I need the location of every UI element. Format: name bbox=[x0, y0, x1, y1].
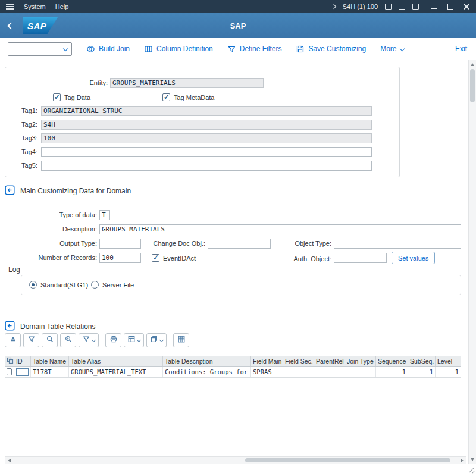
col-header-join-type[interactable]: Join Type bbox=[345, 356, 376, 366]
table-row[interactable]: T178T GROUPS_MATERIAL_TEXT Conditions: G… bbox=[5, 367, 461, 378]
window-icon[interactable] bbox=[412, 4, 419, 10]
customizing-section-header: Main Customizing Data for Domain bbox=[5, 185, 131, 197]
output-type-field[interactable] bbox=[99, 239, 141, 249]
change-doc-obj-field[interactable] bbox=[208, 239, 271, 249]
col-header-field-main[interactable]: Field Main bbox=[251, 356, 283, 366]
cell-parentrel[interactable] bbox=[314, 367, 345, 377]
type-of-data-field[interactable]: T bbox=[99, 210, 110, 220]
cell-subseq[interactable]: 1 bbox=[408, 367, 436, 377]
collapse-tray-icon[interactable] bbox=[5, 321, 15, 333]
sort-ascending-button[interactable] bbox=[5, 333, 21, 347]
filter-menu-button[interactable] bbox=[79, 333, 99, 347]
exit-label: Exit bbox=[455, 45, 467, 53]
log-standard-radio[interactable]: Standard(SLG1) bbox=[29, 281, 88, 289]
column-definition-button[interactable]: Column Definition bbox=[144, 45, 213, 54]
col-header-parentrel[interactable]: ParentRel bbox=[314, 356, 345, 366]
tag-metadata-checkbox[interactable]: Tag MetaData bbox=[162, 93, 214, 101]
horizontal-scrollbar[interactable] bbox=[5, 456, 466, 464]
define-filters-button[interactable]: Define Filters bbox=[227, 45, 282, 54]
tag5-field[interactable] bbox=[41, 161, 372, 171]
chevron-down-icon bbox=[399, 46, 404, 51]
minimize-button[interactable] bbox=[431, 3, 438, 10]
cell-field-sec[interactable] bbox=[283, 367, 314, 377]
select-all-header[interactable] bbox=[5, 356, 14, 366]
vertical-scrollbar[interactable] bbox=[468, 60, 476, 464]
save-customizing-button[interactable]: Save Customizing bbox=[296, 45, 366, 54]
cell-level[interactable]: 1 bbox=[436, 367, 461, 377]
cell-sequence[interactable]: 1 bbox=[376, 367, 408, 377]
collapse-tray-icon[interactable] bbox=[5, 185, 15, 197]
radio-icon bbox=[91, 281, 99, 289]
funnel-icon bbox=[227, 45, 236, 54]
cell-field-main[interactable]: SPRAS bbox=[251, 367, 283, 377]
auth-object-field[interactable] bbox=[334, 253, 387, 263]
log-server-file-radio[interactable]: Server File bbox=[91, 281, 134, 289]
col-header-table-name[interactable]: Table Name bbox=[31, 356, 69, 366]
eventidact-checkbox[interactable]: EventIDAct bbox=[152, 254, 196, 262]
scroll-up-button[interactable] bbox=[469, 61, 476, 68]
horizontal-scroll-thumb[interactable] bbox=[245, 458, 450, 462]
close-button[interactable] bbox=[463, 3, 470, 10]
scroll-down-button[interactable] bbox=[469, 456, 476, 464]
checkbox-icon bbox=[162, 93, 170, 101]
cell-join-type[interactable] bbox=[345, 367, 376, 377]
menubar-right: S4H (1) 100 bbox=[332, 3, 470, 10]
row-checkbox[interactable] bbox=[7, 368, 12, 375]
column-definition-label: Column Definition bbox=[156, 45, 213, 53]
table-settings-button[interactable] bbox=[173, 333, 189, 347]
tag4-label: Tag4: bbox=[7, 147, 37, 157]
find-next-button[interactable] bbox=[60, 333, 76, 347]
description-field[interactable]: GROUPS_MATERIALS bbox=[99, 224, 461, 234]
cell-table-name[interactable]: T178T bbox=[31, 367, 69, 377]
exit-button[interactable]: Exit bbox=[455, 45, 467, 53]
chevron-down-icon bbox=[92, 337, 96, 342]
tag1-field[interactable]: ORGANIZATIONAL STRUC bbox=[41, 106, 372, 116]
print-button[interactable] bbox=[105, 333, 121, 347]
entity-group-box: Entity: GROUPS_MATERIALS Tag Data Tag Me… bbox=[5, 67, 400, 177]
build-join-button[interactable]: Build Join bbox=[86, 45, 130, 54]
more-label: More bbox=[380, 45, 396, 53]
command-combobox[interactable] bbox=[8, 42, 72, 56]
export-menu-button[interactable] bbox=[124, 333, 144, 347]
cell-table-alias[interactable]: GROUPS_MATERIAL_TEXT bbox=[69, 367, 163, 377]
resize-grip[interactable] bbox=[468, 466, 475, 473]
tag2-field[interactable]: S4H bbox=[41, 120, 372, 130]
cell-id[interactable] bbox=[14, 367, 31, 377]
tag4-field[interactable] bbox=[41, 147, 372, 157]
scroll-left-button[interactable] bbox=[5, 457, 13, 464]
auth-object-label: Auth. Object: bbox=[271, 254, 331, 264]
maximize-button[interactable] bbox=[447, 3, 454, 10]
more-button[interactable]: More bbox=[380, 45, 403, 53]
magnifier-plus-icon bbox=[64, 335, 73, 346]
col-header-sequence[interactable]: Sequence bbox=[376, 356, 408, 366]
id-input[interactable] bbox=[16, 368, 29, 376]
triangle-right-icon bbox=[461, 459, 464, 462]
cell-table-description[interactable]: Conditions: Groups for Ma... bbox=[163, 367, 251, 377]
hamburger-menu-icon[interactable] bbox=[6, 4, 14, 10]
menu-help[interactable]: Help bbox=[55, 3, 69, 10]
tag3-field[interactable]: 100 bbox=[41, 133, 372, 143]
chevron-right-icon[interactable] bbox=[331, 4, 336, 9]
col-header-table-alias[interactable]: Table Alias bbox=[69, 356, 163, 366]
views-menu-button[interactable] bbox=[146, 333, 167, 347]
set-values-button[interactable]: Set values bbox=[392, 252, 435, 264]
windows-icon[interactable] bbox=[399, 4, 405, 10]
relations-section-header: Domain Table Relations bbox=[5, 321, 96, 333]
find-button[interactable] bbox=[42, 333, 58, 347]
tag-data-checkbox[interactable]: Tag Data bbox=[53, 93, 90, 101]
filter-button[interactable] bbox=[23, 333, 39, 347]
scroll-right-button[interactable] bbox=[458, 457, 466, 464]
col-header-table-description[interactable]: Table Description bbox=[163, 356, 251, 366]
col-header-level[interactable]: Level bbox=[436, 356, 461, 366]
vertical-scroll-thumb[interactable] bbox=[470, 69, 475, 102]
col-header-id[interactable]: ID bbox=[14, 356, 31, 366]
output-type-label: Output Type: bbox=[5, 239, 97, 249]
object-type-field[interactable] bbox=[334, 239, 461, 249]
back-button[interactable] bbox=[8, 23, 14, 29]
number-of-records-field[interactable]: 100 bbox=[99, 253, 141, 263]
menu-system[interactable]: System bbox=[24, 3, 46, 10]
col-header-subseq[interactable]: SubSeq. bbox=[408, 356, 436, 366]
popout-icon[interactable] bbox=[385, 4, 392, 10]
col-header-field-sec[interactable]: Field Sec. bbox=[283, 356, 314, 366]
entity-field[interactable]: GROUPS_MATERIALS bbox=[110, 78, 264, 88]
